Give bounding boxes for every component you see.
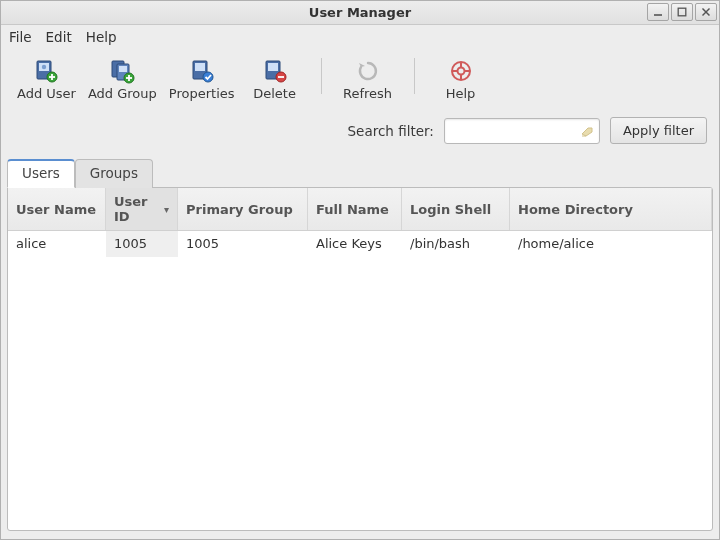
table-row[interactable]: alice 1005 1005 Alice Keys /bin/bash /ho…	[8, 231, 712, 257]
maximize-icon	[677, 7, 687, 17]
delete-button[interactable]: Delete	[241, 56, 309, 103]
refresh-label: Refresh	[343, 86, 392, 101]
cell-login-shell: /bin/bash	[402, 231, 510, 257]
minimize-button[interactable]	[647, 3, 669, 21]
svg-rect-20	[268, 63, 278, 71]
app-window: User Manager File Edit Help	[0, 0, 720, 540]
col-user-name-label: User Name	[16, 202, 96, 217]
titlebar: User Manager	[1, 1, 719, 25]
col-user-name[interactable]: User Name	[8, 188, 106, 230]
toolbar: Add User Add Group Properties	[1, 50, 719, 113]
help-icon	[448, 58, 474, 84]
svg-rect-12	[119, 66, 127, 72]
help-label: Help	[446, 86, 476, 101]
col-primary-group-label: Primary Group	[186, 202, 293, 217]
menubar: File Edit Help	[1, 25, 719, 50]
add-group-label: Add Group	[88, 86, 157, 101]
window-controls	[645, 3, 717, 21]
tab-users-label: Users	[22, 165, 60, 181]
tab-groups[interactable]: Groups	[75, 159, 153, 188]
close-button[interactable]	[695, 3, 717, 21]
properties-label: Properties	[169, 86, 235, 101]
apply-filter-button[interactable]: Apply filter	[610, 117, 707, 144]
tab-users[interactable]: Users	[7, 159, 75, 188]
menu-edit[interactable]: Edit	[46, 29, 72, 45]
window-title: User Manager	[1, 5, 719, 20]
col-home-dir[interactable]: Home Directory	[510, 188, 712, 230]
clear-search-icon[interactable]	[580, 124, 594, 138]
toolbar-separator	[321, 58, 322, 94]
close-icon	[701, 7, 711, 17]
col-login-shell[interactable]: Login Shell	[402, 188, 510, 230]
col-full-name-label: Full Name	[316, 202, 389, 217]
help-button[interactable]: Help	[427, 56, 495, 103]
search-row: Search filter: Apply filter	[1, 113, 719, 158]
search-label: Search filter:	[348, 123, 434, 139]
table-header: User Name User ID▾ Primary Group Full Na…	[8, 188, 712, 231]
svg-point-6	[42, 65, 46, 69]
add-group-button[interactable]: Add Group	[82, 56, 163, 103]
table-body: alice 1005 1005 Alice Keys /bin/bash /ho…	[8, 231, 712, 530]
svg-point-24	[457, 68, 464, 75]
col-full-name[interactable]: Full Name	[308, 188, 402, 230]
menu-help[interactable]: Help	[86, 29, 117, 45]
minimize-icon	[653, 7, 663, 17]
add-user-button[interactable]: Add User	[11, 56, 82, 103]
toolbar-separator-2	[414, 58, 415, 94]
refresh-icon	[355, 58, 381, 84]
col-user-id[interactable]: User ID▾	[106, 188, 178, 230]
svg-point-18	[203, 72, 213, 82]
refresh-button[interactable]: Refresh	[334, 56, 402, 103]
col-home-dir-label: Home Directory	[518, 202, 633, 217]
search-input[interactable]	[444, 118, 600, 144]
col-user-id-label: User ID	[114, 194, 160, 224]
maximize-button[interactable]	[671, 3, 693, 21]
cell-user-id: 1005	[106, 231, 178, 257]
cell-user-name: alice	[8, 231, 106, 257]
col-primary-group[interactable]: Primary Group	[178, 188, 308, 230]
cell-home-dir: /home/alice	[510, 231, 712, 257]
properties-button[interactable]: Properties	[163, 56, 241, 103]
menu-file[interactable]: File	[9, 29, 32, 45]
cell-full-name: Alice Keys	[308, 231, 402, 257]
svg-rect-1	[678, 8, 686, 16]
add-user-icon	[33, 58, 59, 84]
tabstrip: Users Groups	[1, 159, 719, 188]
add-user-label: Add User	[17, 86, 76, 101]
add-group-icon	[109, 58, 135, 84]
sort-desc-icon: ▾	[164, 204, 169, 215]
cell-primary-group: 1005	[178, 231, 308, 257]
users-panel: User Name User ID▾ Primary Group Full Na…	[7, 187, 713, 531]
tab-groups-label: Groups	[90, 165, 138, 181]
delete-icon	[262, 58, 288, 84]
col-login-shell-label: Login Shell	[410, 202, 491, 217]
apply-filter-label: Apply filter	[623, 123, 694, 138]
delete-label: Delete	[253, 86, 296, 101]
svg-rect-17	[195, 63, 205, 71]
properties-icon	[189, 58, 215, 84]
